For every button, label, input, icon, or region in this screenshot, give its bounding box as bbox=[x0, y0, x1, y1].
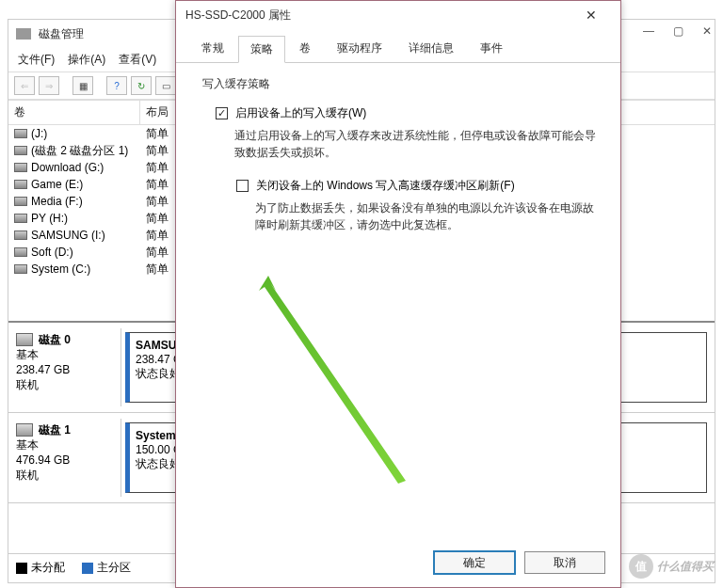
drive-icon bbox=[14, 230, 27, 240]
enable-write-cache-label: 启用设备上的写入缓存(W) bbox=[235, 105, 366, 121]
drive-icon bbox=[14, 180, 27, 189]
enable-write-cache-checkbox[interactable] bbox=[216, 107, 228, 119]
toolbar-disk-icon[interactable]: ▭ bbox=[155, 76, 176, 95]
watermark-icon: 值 bbox=[629, 554, 653, 579]
disk-icon bbox=[16, 333, 33, 346]
maximize-icon[interactable]: ▢ bbox=[673, 24, 683, 38]
flush-buffer-label: 关闭设备上的 Windows 写入高速缓存缓冲区刷新(F) bbox=[256, 178, 515, 194]
watermark-text: 什么值得买 bbox=[657, 559, 714, 575]
toolbar-forward-icon[interactable]: ⇒ bbox=[39, 76, 59, 95]
flush-buffer-row: 关闭设备上的 Windows 写入高速缓存缓冲区刷新(F) bbox=[236, 178, 598, 194]
tab-volumes[interactable]: 卷 bbox=[287, 35, 323, 62]
disk-meta: 磁盘 0 基本 238.47 GB 联机 bbox=[8, 328, 121, 406]
close-icon[interactable]: ✕ bbox=[702, 24, 712, 38]
properties-dialog: HS-SSD-C2000 属性 ✕ 常规 策略 卷 驱动程序 详细信息 事件 写… bbox=[175, 0, 621, 588]
disk-icon bbox=[16, 423, 33, 437]
toolbar-separator bbox=[97, 76, 103, 95]
legend-primary: 主分区 bbox=[82, 560, 131, 576]
drive-icon bbox=[14, 146, 27, 155]
toolbar-back-icon[interactable]: ⇐ bbox=[14, 76, 35, 95]
enable-write-cache-row: 启用设备上的写入缓存(W) bbox=[216, 105, 598, 121]
legend-unallocated: 未分配 bbox=[16, 560, 65, 576]
tab-driver[interactable]: 驱动程序 bbox=[325, 35, 394, 62]
drive-icon bbox=[14, 247, 27, 257]
drive-icon bbox=[14, 129, 27, 138]
svg-marker-0 bbox=[259, 276, 406, 484]
dialog-buttons: 确定 取消 bbox=[434, 551, 605, 574]
cancel-button[interactable]: 取消 bbox=[524, 551, 605, 574]
flush-buffer-description: 为了防止数据丢失，如果设备没有单独的电源以允许该设备在电源故障时刷新其缓冲区，请… bbox=[255, 199, 598, 233]
menu-file[interactable]: 文件(F) bbox=[18, 52, 55, 68]
minimize-icon[interactable]: — bbox=[643, 24, 654, 38]
drive-icon bbox=[14, 197, 27, 206]
annotation-arrow-icon bbox=[248, 272, 417, 488]
flush-buffer-checkbox[interactable] bbox=[236, 180, 249, 192]
write-cache-policy-group: 写入缓存策略 启用设备上的写入缓存(W) 通过启用设备上的写入缓存来改进系统性能… bbox=[199, 76, 598, 233]
tab-events[interactable]: 事件 bbox=[468, 35, 515, 62]
toolbar-separator bbox=[63, 76, 69, 95]
menu-view[interactable]: 查看(V) bbox=[119, 52, 156, 68]
disk-meta: 磁盘 1 基本 476.94 GB 联机 bbox=[8, 419, 121, 497]
tab-details[interactable]: 详细信息 bbox=[396, 35, 466, 62]
dm-window-controls: — ▢ ✕ bbox=[643, 24, 712, 38]
dm-title: 磁盘管理 bbox=[39, 26, 84, 42]
group-title: 写入缓存策略 bbox=[199, 77, 274, 90]
properties-title: HS-SSD-C2000 属性 bbox=[185, 8, 571, 24]
tab-general[interactable]: 常规 bbox=[189, 35, 236, 62]
toolbar-help-icon[interactable]: ? bbox=[106, 76, 127, 95]
col-volume[interactable]: 卷 bbox=[8, 101, 140, 124]
disk-management-icon bbox=[16, 28, 31, 40]
enable-write-cache-description: 通过启用设备上的写入缓存来改进系统性能，但停电或设备故障可能会导致数据丢失或损坏… bbox=[234, 127, 598, 161]
toolbar-grid-icon[interactable]: ▦ bbox=[72, 76, 93, 95]
properties-body: 写入缓存策略 启用设备上的写入缓存(W) 通过启用设备上的写入缓存来改进系统性能… bbox=[176, 63, 620, 543]
properties-titlebar: HS-SSD-C2000 属性 ✕ bbox=[176, 1, 620, 29]
toolbar-refresh-icon[interactable]: ↻ bbox=[131, 76, 152, 95]
watermark: 值 什么值得买 bbox=[629, 554, 714, 579]
ok-button[interactable]: 确定 bbox=[434, 551, 515, 574]
drive-icon bbox=[14, 163, 27, 172]
close-button[interactable]: ✕ bbox=[571, 2, 611, 28]
drive-icon bbox=[14, 214, 27, 223]
drive-icon bbox=[14, 264, 27, 274]
menu-action[interactable]: 操作(A) bbox=[68, 52, 105, 68]
properties-tabs: 常规 策略 卷 驱动程序 详细信息 事件 bbox=[176, 29, 620, 63]
tab-policies[interactable]: 策略 bbox=[238, 36, 285, 63]
